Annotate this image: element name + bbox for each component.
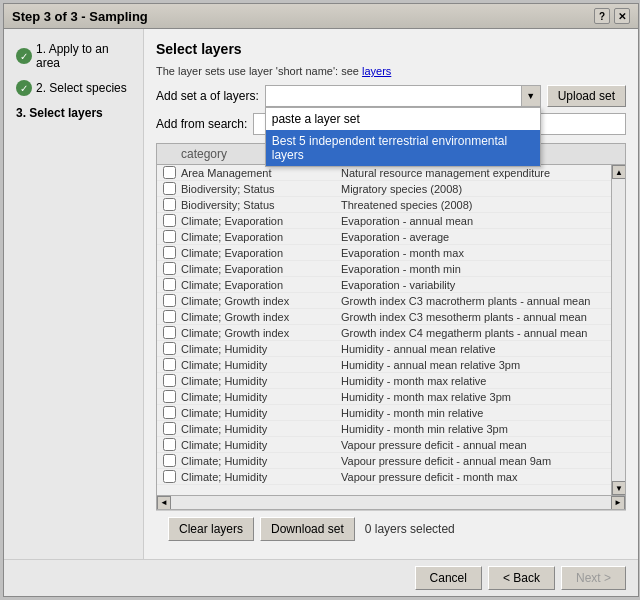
row-checkbox-cell[interactable]	[157, 198, 181, 211]
row-name: Vapour pressure deficit - annual mean	[341, 439, 611, 451]
row-checkbox-cell[interactable]	[157, 246, 181, 259]
upload-set-button[interactable]: Upload set	[547, 85, 626, 107]
row-name: Growth index C3 macrotherm plants - annu…	[341, 295, 611, 307]
scroll-up-button[interactable]: ▲	[612, 165, 625, 179]
step1-check: ✓	[16, 48, 32, 64]
vertical-scrollbar: ▲ ▼	[611, 165, 625, 495]
table-row: Climate; Evaporation Evaporation - month…	[157, 245, 611, 261]
table-row: Biodiversity; Status Migratory species (…	[157, 181, 611, 197]
row-checkbox-cell[interactable]	[157, 390, 181, 403]
table-row: Climate; Humidity Humidity - annual mean…	[157, 341, 611, 357]
row-checkbox-cell[interactable]	[157, 358, 181, 371]
row-checkbox-cell[interactable]	[157, 342, 181, 355]
row-checkbox[interactable]	[163, 230, 176, 243]
scroll-left-button[interactable]: ◄	[157, 496, 171, 510]
row-checkbox-cell[interactable]	[157, 214, 181, 227]
table-row: Climate; Humidity Humidity - month max r…	[157, 373, 611, 389]
combo-arrow-icon[interactable]: ▼	[521, 85, 541, 107]
row-checkbox[interactable]	[163, 278, 176, 291]
row-checkbox[interactable]	[163, 166, 176, 179]
row-checkbox[interactable]	[163, 390, 176, 403]
row-checkbox[interactable]	[163, 374, 176, 387]
step2-check: ✓	[16, 80, 32, 96]
row-name: Humidity - month min relative 3pm	[341, 423, 611, 435]
row-checkbox[interactable]	[163, 358, 176, 371]
layers-table: category name Area Management Natural re…	[156, 143, 626, 510]
add-from-search-label: Add from search:	[156, 117, 247, 131]
table-row: Climate; Evaporation Evaporation - annua…	[157, 213, 611, 229]
h-scroll-track	[171, 496, 611, 510]
title-bar: Step 3 of 3 - Sampling ? ✕	[4, 4, 638, 29]
row-checkbox[interactable]	[163, 246, 176, 259]
row-category: Biodiversity; Status	[181, 183, 341, 195]
table-inner: Area Management Natural resource managem…	[157, 165, 625, 495]
row-checkbox-cell[interactable]	[157, 438, 181, 451]
table-rows-area: Area Management Natural resource managem…	[157, 165, 611, 495]
row-checkbox[interactable]	[163, 310, 176, 323]
table-row: Climate; Evaporation Evaporation - avera…	[157, 229, 611, 245]
row-checkbox-cell[interactable]	[157, 278, 181, 291]
add-set-combo-wrapper: ▼ paste a layer set Best 5 independent t…	[265, 85, 541, 107]
sidebar-item-apply-to-area[interactable]: ✓ 1. Apply to an area	[12, 39, 135, 73]
row-name: Growth index C3 mesotherm plants - annua…	[341, 311, 611, 323]
table-row: Climate; Humidity Humidity - month min r…	[157, 405, 611, 421]
step2-label: 2. Select species	[36, 81, 127, 95]
layers-link[interactable]: layers	[362, 65, 391, 77]
row-checkbox[interactable]	[163, 214, 176, 227]
table-row: Climate; Humidity Humidity - annual mean…	[157, 357, 611, 373]
table-row: Climate; Evaporation Evaporation - month…	[157, 261, 611, 277]
table-row: Biodiversity; Status Threatened species …	[157, 197, 611, 213]
sidebar-item-select-layers[interactable]: 3. Select layers	[12, 103, 135, 123]
row-category: Climate; Growth index	[181, 295, 341, 307]
row-checkbox-cell[interactable]	[157, 230, 181, 243]
scroll-down-button[interactable]: ▼	[612, 481, 625, 495]
scroll-right-button[interactable]: ►	[611, 496, 625, 510]
main-panel: Select layers The layer sets use layer '…	[144, 29, 638, 559]
dropdown-item-best5[interactable]: Best 5 independent terrestrial environme…	[266, 130, 540, 166]
row-checkbox[interactable]	[163, 454, 176, 467]
row-name: Evaporation - average	[341, 231, 611, 243]
row-checkbox[interactable]	[163, 406, 176, 419]
sidebar-item-select-species[interactable]: ✓ 2. Select species	[12, 77, 135, 99]
row-checkbox-cell[interactable]	[157, 454, 181, 467]
row-checkbox-cell[interactable]	[157, 470, 181, 483]
row-checkbox[interactable]	[163, 182, 176, 195]
dropdown-item-paste[interactable]: paste a layer set	[266, 108, 540, 130]
row-checkbox-cell[interactable]	[157, 326, 181, 339]
close-button[interactable]: ✕	[614, 8, 630, 24]
row-checkbox-cell[interactable]	[157, 182, 181, 195]
title-icons: ? ✕	[594, 8, 630, 24]
row-checkbox[interactable]	[163, 438, 176, 451]
row-name: Threatened species (2008)	[341, 199, 611, 211]
table-row: Climate; Growth index Growth index C3 ma…	[157, 293, 611, 309]
row-checkbox-cell[interactable]	[157, 310, 181, 323]
row-checkbox[interactable]	[163, 326, 176, 339]
row-checkbox-cell[interactable]	[157, 406, 181, 419]
add-set-input[interactable]	[265, 85, 541, 107]
row-checkbox[interactable]	[163, 262, 176, 275]
step1-label: 1. Apply to an area	[36, 42, 131, 70]
help-button[interactable]: ?	[594, 8, 610, 24]
row-checkbox-cell[interactable]	[157, 166, 181, 179]
row-name: Humidity - month max relative 3pm	[341, 391, 611, 403]
row-checkbox-cell[interactable]	[157, 294, 181, 307]
cancel-button[interactable]: Cancel	[415, 566, 482, 590]
download-set-button[interactable]: Download set	[260, 517, 355, 541]
next-button[interactable]: Next >	[561, 566, 626, 590]
row-checkbox[interactable]	[163, 422, 176, 435]
row-checkbox-cell[interactable]	[157, 422, 181, 435]
row-name: Evaporation - variability	[341, 279, 611, 291]
main-window: Step 3 of 3 - Sampling ? ✕ ✓ 1. Apply to…	[3, 3, 639, 597]
row-checkbox[interactable]	[163, 342, 176, 355]
clear-layers-button[interactable]: Clear layers	[168, 517, 254, 541]
row-category: Climate; Evaporation	[181, 247, 341, 259]
row-category: Climate; Humidity	[181, 407, 341, 419]
row-checkbox[interactable]	[163, 470, 176, 483]
row-checkbox-cell[interactable]	[157, 374, 181, 387]
row-checkbox-cell[interactable]	[157, 262, 181, 275]
row-checkbox[interactable]	[163, 198, 176, 211]
back-button[interactable]: < Back	[488, 566, 555, 590]
row-checkbox[interactable]	[163, 294, 176, 307]
row-name: Humidity - annual mean relative 3pm	[341, 359, 611, 371]
row-name: Vapour pressure deficit - month max	[341, 471, 611, 483]
